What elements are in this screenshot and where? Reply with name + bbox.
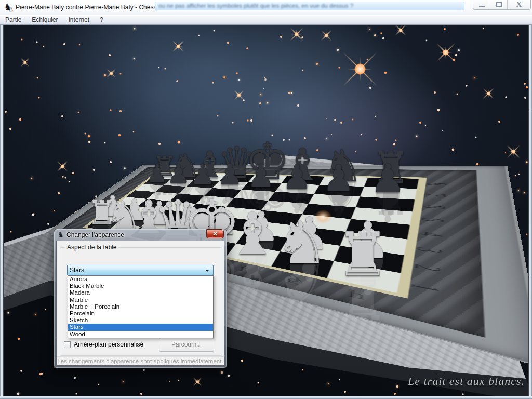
checkbox-label: Arrière-plan personnalisé [74,341,143,348]
app-icon: ♞♟ [4,3,14,12]
turn-indicator: Le trait est aux blancs. [408,375,525,388]
knight-icon: ♞ [58,231,64,238]
dialog-title-bar[interactable]: ♞ Changer l'apparence ✕ [54,229,227,241]
menu-item-partie[interactable]: Partie [0,16,26,24]
menu-item-internet[interactable]: Internet [63,16,95,24]
dropdown-item-aurora[interactable]: Aurora [68,276,213,283]
custom-background-checkbox[interactable] [64,341,71,348]
star-reflection-glint [312,207,335,226]
dropdown-item-wood[interactable]: Wood [68,331,213,338]
application-window: abcdefgh12345678 ♜♜♞♞♝♝♛♛♚♚♝♝♞♞♜♜♟♟♟♟♟♟♟… [0,0,532,399]
dialog-close-button[interactable]: ✕ [206,229,224,238]
tooltip-ghost: ou ne pas afficher les symboles plutôt q… [155,2,464,10]
close-icon: ✕ [207,230,223,238]
title-bar[interactable]: ♞♟ Pierre-Marie Baty contre Pierre-Marie… [0,0,532,15]
window-border-bottom [0,396,532,399]
browse-button[interactable]: Parcourir... [159,338,214,352]
window-border-left [0,25,4,399]
menu-item-[interactable]: ? [95,16,109,24]
combobox-value: Stars [70,267,84,274]
window-title: Pierre-Marie Baty contre Pierre-Marie Ba… [16,4,176,11]
appearance-dialog: ♞ Changer l'apparence ✕ Aspect de la tab… [54,229,227,368]
dropdown-item-black-marble[interactable]: Black Marble [68,283,213,289]
table-aspect-dropdown-list: AuroraBlack MarbleMaderaMarbleMarble + P… [68,275,214,338]
custom-background-row: Arrière-plan personnalisé [64,341,143,348]
window-controls: X [473,0,531,10]
maximize-button[interactable] [490,0,508,9]
dropdown-item-madera[interactable]: Madera [68,289,213,296]
chevron-down-icon [205,270,209,272]
minimize-icon [479,6,485,7]
dropdown-item-stars[interactable]: Stars [68,324,213,330]
dialog-body: Aspect de la table Stars AuroraBlack Mar… [56,241,224,366]
dropdown-item-porcelain[interactable]: Porcelain [68,310,213,317]
close-button[interactable]: X [508,0,530,9]
dropdown-item-marble-porcelain[interactable]: Marble + Porcelain [68,303,213,310]
maximize-icon [496,2,502,7]
groupbox-label: Aspect de la table [65,244,118,251]
close-icon: X [508,1,530,8]
dropdown-item-marble[interactable]: Marble [68,297,213,303]
table-aspect-combobox[interactable]: Stars [67,265,214,275]
menu-bar: PartieEchiquierInternet? [0,15,532,25]
menu-item-echiquier[interactable]: Echiquier [26,16,63,24]
dialog-status-text: Les changements d'apparence sont appliqu… [57,356,224,365]
minimize-button[interactable] [473,0,490,9]
dialog-title: Changer l'apparence [66,231,124,238]
window-border-right [528,25,532,399]
dropdown-item-sketch[interactable]: Sketch [68,317,213,324]
